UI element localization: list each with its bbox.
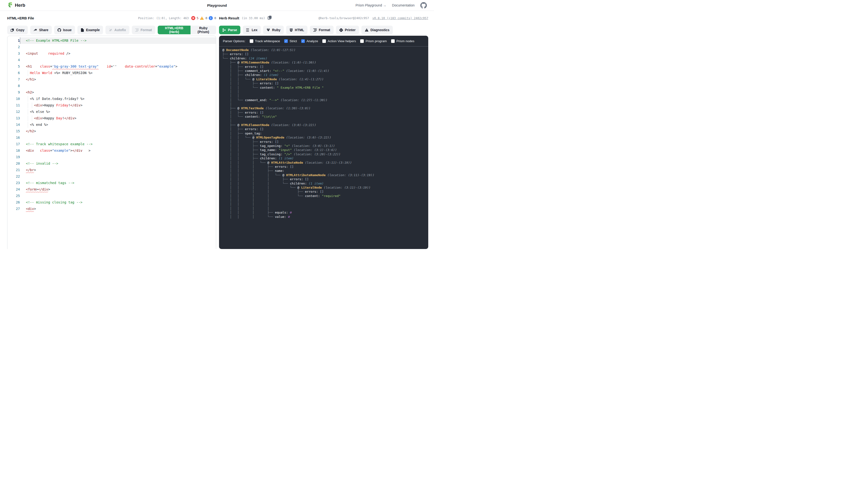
checkbox[interactable] — [360, 39, 364, 43]
editor-line[interactable]: 23<!-- mismatched tags --> — [8, 180, 216, 186]
tree-row[interactable]: └── children: (24 items) — [222, 56, 428, 61]
editor-line[interactable]: 24<form></div> — [8, 186, 216, 193]
editor-line[interactable]: 13 <div>Happy Day!</div> — [8, 115, 216, 121]
prism-playground-link[interactable]: Prism Playground → — [355, 3, 386, 7]
tree-row[interactable]: │ │ └── content: " Example HTML+ERB File… — [222, 86, 428, 90]
tree-row[interactable]: │ — [222, 119, 428, 123]
tree-row[interactable]: │ │ ├── children: (1 item) — [222, 156, 428, 160]
editor-line[interactable]: 26<!-- missing closing tag --> — [8, 199, 216, 206]
tree-row[interactable]: │ │ │ ├── name: — [222, 169, 428, 173]
tree-row[interactable]: │ │ │ │ └── children: (1 item) — [222, 181, 428, 185]
editor-line[interactable]: 9<h2> — [8, 89, 216, 96]
tree-row[interactable]: │ │ ├── tag_name: "input" (location: (3:… — [222, 148, 428, 152]
parser-option-prism-program[interactable]: Prism program — [360, 39, 387, 43]
tree-row[interactable]: │ │ — [222, 90, 428, 94]
tree-row[interactable]: │ │ │ │ — [222, 206, 428, 210]
editor-line[interactable]: 8 — [8, 83, 216, 89]
format-button[interactable]: Format — [132, 26, 155, 34]
checkbox[interactable] — [250, 39, 253, 43]
tree-row[interactable]: │ └── comment_end: "-->" (location: (1:2… — [222, 98, 428, 102]
editor-line[interactable]: 15</h2> — [8, 128, 216, 134]
share-button[interactable]: Share — [30, 26, 52, 34]
tab-html-erb-herb[interactable]: HTML+ERB (Herb) — [158, 26, 190, 34]
issue-button[interactable]: Issue — [54, 26, 75, 34]
tree-row[interactable]: │ │ │ │ — [222, 202, 428, 206]
tree-row[interactable]: │ │ ├── errors: [] — [222, 140, 428, 144]
copy-button[interactable]: Copy — [7, 26, 28, 34]
tab-ruby-prism[interactable]: Ruby (Prism) — [190, 26, 216, 34]
tree-row[interactable]: │ │ │ │ ├── errors: [] — [222, 189, 428, 194]
tree-row[interactable]: │ │ │ │ — [222, 198, 428, 202]
editor-line[interactable]: 7</h1> — [8, 76, 216, 83]
copy-result-icon[interactable] — [267, 15, 272, 21]
tree-row[interactable]: │ │ └── @ HTMLOpenTagNode (location: (3:… — [222, 135, 428, 140]
editor-line[interactable]: 25 — [8, 193, 216, 199]
editor-line[interactable]: 27<div> — [8, 206, 216, 212]
example-button[interactable]: Example — [77, 26, 103, 34]
tree-row[interactable]: │ │ ├── tag_opening: "<" (location: (3:0… — [222, 144, 428, 148]
editor-line[interactable]: 2 — [8, 44, 216, 50]
format-button[interactable]: Format — [310, 26, 333, 34]
diagnostics-button[interactable]: Diagnostics — [361, 26, 393, 34]
editor-line[interactable]: 6 Hello World <%= RUBY_VERSION %> — [8, 70, 216, 76]
checkbox[interactable] — [322, 39, 326, 43]
parser-option-strict[interactable]: ✓Strict — [284, 39, 297, 43]
editor-line[interactable]: 14 <% end %> — [8, 121, 216, 128]
ruby-button[interactable]: Ruby — [263, 26, 284, 34]
editor-line[interactable]: 3<input required /> — [8, 50, 216, 57]
tree-row[interactable]: │ │ │ │ └── @ LiteralNode (location: (3:… — [222, 185, 428, 189]
editor-line[interactable]: 20<!-- invalid --> — [8, 160, 216, 167]
parser-option-action-view-helpers[interactable]: Action View helpers — [322, 39, 356, 43]
tree-row[interactable]: │ │ │ ├── errors: [] — [222, 165, 428, 169]
version-link[interactable]: v0.8.10 (+183 commits) 2402c957 — [372, 16, 428, 20]
tree-row[interactable]: │ └── content: "\\n\\n" — [222, 115, 428, 119]
tree-row[interactable]: @ DocumentNode (location: (1:0)-(27:5)) — [222, 48, 428, 52]
editor-line[interactable]: 4 — [8, 57, 216, 63]
autofix-button[interactable]: Autofix — [105, 26, 129, 34]
tree-row[interactable]: │ ├── errors: [] — [222, 127, 428, 131]
parser-option-analyze[interactable]: ✓Analyze — [301, 39, 318, 43]
tree-row[interactable]: │ ├── children: (1 item) — [222, 73, 428, 77]
printer-button[interactable]: Printer — [336, 26, 359, 34]
editor-line[interactable]: 19 — [8, 154, 216, 160]
editor-line[interactable]: 10 <% if Date.today.friday? %> — [8, 96, 216, 102]
tree-row[interactable]: │ — [222, 102, 428, 106]
tree-row[interactable]: ├── @ HTMLTextNode (location: (1:30)-(3:… — [222, 106, 428, 110]
tree-row[interactable]: │ ├── open_tag: — [222, 131, 428, 135]
tree-row[interactable]: │ │ │ │ └── @ HTMLAttributeNameNode (loc… — [222, 173, 428, 177]
code-editor[interactable]: 1<!-- Example HTML+ERB File -->23<input … — [7, 36, 216, 249]
tree-row[interactable]: │ ├── errors: [] — [222, 110, 428, 115]
tree-row[interactable]: │ │ ├── tag_closing: "/>" (location: (3:… — [222, 152, 428, 156]
checkbox[interactable]: ✓ — [301, 39, 305, 43]
tree-row[interactable]: │ │ └── @ LiteralNode (location: (1:4)-(… — [222, 77, 428, 81]
checkbox[interactable] — [391, 39, 395, 43]
tree-row[interactable]: ├── @ HTMLElementNode (location: (3:0)-(… — [222, 123, 428, 127]
tree-row[interactable]: │ │ │ └── @ HTMLAttributeNode (location:… — [222, 160, 428, 165]
tree-row[interactable]: │ │ │ │ └── content: "required" — [222, 194, 428, 198]
tree-row[interactable]: │ │ │ │ ├── errors: [] — [222, 177, 428, 181]
checkbox[interactable]: ✓ — [284, 39, 288, 43]
tree-row[interactable]: │ │ — [222, 94, 428, 98]
html-button[interactable]: HTML — [286, 26, 307, 34]
editor-line[interactable]: 21</br> — [8, 167, 216, 173]
parser-option-track-whitespace[interactable]: Track whitespace — [250, 39, 280, 43]
tree-row[interactable]: ├── errors: [] — [222, 52, 428, 56]
editor-line[interactable]: 12 <% else %> — [8, 108, 216, 115]
tree-row[interactable]: │ ├── errors: [] — [222, 65, 428, 69]
parse-button[interactable]: Parse — [219, 26, 240, 34]
editor-line[interactable]: 11 <div>Happy Friday!</div> — [8, 102, 216, 108]
tree-row[interactable]: │ ├── comment_start: "<!--" (location: (… — [222, 69, 428, 73]
editor-line[interactable]: 22 — [8, 173, 216, 180]
documentation-link[interactable]: Documentation — [392, 3, 415, 7]
editor-line[interactable]: 5<h1 class='bg-gray-300 text-gray" id=''… — [8, 63, 216, 70]
parser-option-prism-nodes[interactable]: Prism nodes — [391, 39, 415, 43]
tree-row[interactable]: ├── @ HTMLCommentNode (location: (1:0)-(… — [222, 61, 428, 64]
editor-line[interactable]: 1<!-- Example HTML+ERB File --> — [8, 37, 216, 44]
tree-row[interactable]: │ │ │ ├── equals: ⌀ — [222, 210, 428, 214]
lex-button[interactable]: Lex — [243, 26, 261, 34]
editor-line[interactable]: 16 — [8, 134, 216, 141]
editor-line[interactable]: 17<!-- Track whitespace example --> — [8, 141, 216, 147]
tree-row[interactable]: │ │ │ └── value: ⌀ — [222, 215, 428, 219]
tree-row[interactable]: │ │ ├── errors: [] — [222, 81, 428, 85]
github-icon[interactable] — [420, 2, 427, 9]
